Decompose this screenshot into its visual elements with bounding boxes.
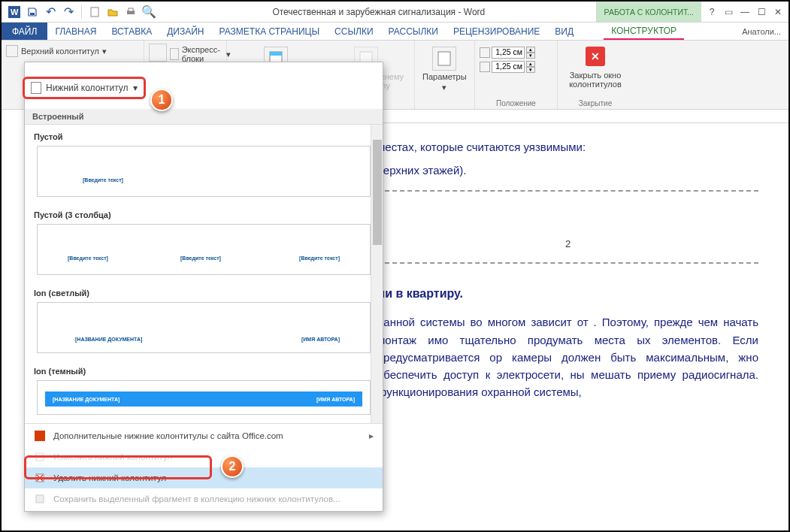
word-icon: W — [8, 5, 21, 19]
template-name: Ion (светлый) — [25, 281, 383, 302]
tab-references[interactable]: ССЫЛКИ — [327, 23, 380, 40]
ribbon-options-icon[interactable]: ▭ — [721, 7, 736, 17]
template-preview-ion-dark[interactable]: [НАЗВАНИЕ ДОКУМЕНТА] [ИМЯ АВТОРА] — [37, 380, 371, 415]
window-controls: ? ▭ — ☐ ✕ — [701, 7, 788, 17]
svg-rect-11 — [35, 431, 45, 441]
doc-body: ранной системы во многом зависит от . По… — [377, 313, 758, 401]
doc-text: верхних этажей). — [377, 162, 758, 179]
save-selection-icon — [34, 493, 46, 505]
save-icon[interactable] — [26, 5, 39, 19]
footer-dropdown-button[interactable]: Нижний колонтитул ▾ — [23, 77, 146, 99]
quick-access-toolbar: W ↶ ↷ 🔍 — [2, 5, 162, 19]
user-name[interactable]: Анатоли... — [734, 23, 788, 40]
templates-list[interactable]: Пустой [Введите текст] Пустой (3 столбца… — [25, 125, 383, 424]
svg-rect-2 — [30, 13, 35, 15]
close-hf-label: Закрыть окно колонтитулов — [562, 71, 628, 89]
template-preview-3col[interactable]: [Введите текст] [Введите текст] [Введите… — [37, 224, 371, 275]
doc-text: местах, которые считаются уязвимыми: — [377, 138, 758, 156]
template-preview-ion-light[interactable]: [НАЗВАНИЕ ДОКУМЕНТА] [ИМЯ АВТОРА] — [37, 302, 371, 353]
tab-review[interactable]: РЕЦЕНЗИРОВАНИЕ — [446, 23, 547, 40]
spin-down-icon[interactable]: ▾ — [526, 67, 535, 73]
page-footer-icon — [31, 82, 41, 94]
help-icon[interactable]: ? — [704, 7, 719, 17]
tab-view[interactable]: ВИД — [547, 23, 581, 40]
svg-text:W: W — [11, 8, 19, 17]
titlebar: W ↶ ↷ 🔍 Отечественная и зарубежная сигна… — [2, 2, 788, 23]
more-footers-online-item[interactable]: Дополнительные нижние колонтитулы с сайт… — [25, 425, 383, 446]
template-name: Пустой — [25, 125, 383, 146]
tab-constructor[interactable]: КОНСТРУКТОР — [604, 23, 684, 40]
date-time-icon[interactable] — [149, 44, 167, 62]
maximize-icon[interactable]: ☐ — [754, 7, 769, 17]
header-boundary — [377, 262, 758, 264]
template-name: Ion (темный) — [25, 359, 383, 380]
minimize-icon[interactable]: — — [737, 7, 752, 17]
doc-heading: ли в квартиру. — [377, 285, 758, 304]
tab-design[interactable]: ДИЗАЙН — [159, 23, 211, 40]
svg-rect-3 — [91, 8, 98, 17]
page-number: 2 — [377, 237, 758, 252]
header-button[interactable]: Верхний колонтитул ▾ — [6, 44, 139, 59]
scrollbar-thumb[interactable] — [373, 140, 382, 245]
quick-print-icon[interactable] — [124, 5, 138, 19]
office-icon — [34, 430, 46, 442]
spin-up-icon[interactable]: ▴ — [526, 47, 535, 53]
ribbon-tabs: ФАЙЛ ГЛАВНАЯ ВСТАВКА ДИЗАЙН РАЗМЕТКА СТР… — [2, 23, 788, 41]
delete-footer-highlight — [24, 455, 212, 479]
spin-up-icon[interactable]: ▴ — [526, 61, 535, 67]
redo-icon[interactable]: ↷ — [62, 5, 75, 19]
template-preview-empty[interactable]: [Введите текст] — [37, 146, 371, 197]
submenu-arrow-icon: ▸ — [369, 431, 374, 441]
close-window-icon[interactable]: ✕ — [770, 7, 785, 17]
svg-rect-7 — [270, 52, 282, 56]
blocks-icon — [170, 48, 179, 60]
tab-mailings[interactable]: РАССЫЛКИ — [381, 23, 446, 40]
footer-gallery-dropdown: Встроенный Пустой [Введите текст] Пустой… — [24, 62, 383, 512]
group-position-label: Положение — [480, 98, 552, 107]
group-close-label: Закрытие — [562, 98, 628, 107]
undo-icon[interactable]: ↶ — [44, 5, 57, 19]
save-to-gallery-item: Сохранить выделенный фрагмент в коллекци… — [25, 488, 383, 509]
page-icon — [6, 45, 18, 57]
parameters-icon — [432, 47, 456, 71]
preview-icon[interactable]: 🔍 — [142, 5, 156, 19]
tab-home[interactable]: ГЛАВНАЯ — [47, 23, 104, 40]
open-icon[interactable] — [106, 5, 120, 19]
builtin-section-header: Встроенный — [25, 109, 383, 125]
close-header-footer-button[interactable]: ✕ — [586, 47, 605, 66]
spin-down-icon[interactable]: ▾ — [526, 53, 535, 59]
margin-top-icon — [480, 47, 490, 58]
svg-rect-10 — [438, 52, 450, 65]
step-badge-1: 1 — [150, 89, 173, 111]
new-icon[interactable] — [88, 5, 101, 19]
margin-bottom-icon — [480, 62, 490, 72]
footer-boundary — [377, 190, 758, 192]
window-title: Отечественная и зарубежная сигнализация … — [162, 7, 596, 17]
header-from-top-spinner[interactable]: 1,25 см ▴▾ — [480, 47, 552, 59]
tab-insert[interactable]: ВСТАВКА — [104, 23, 159, 40]
svg-rect-5 — [129, 8, 133, 11]
dropdown-scrollbar[interactable] — [371, 125, 383, 423]
step-badge-2: 2 — [221, 455, 244, 478]
context-tab-header-footer[interactable]: РАБОТА С КОЛОНТИТ... — [596, 2, 701, 22]
footer-from-bottom-spinner[interactable]: 1,25 см ▴▾ — [480, 61, 552, 73]
dropdown-arrow-icon: ▾ — [133, 83, 138, 93]
svg-rect-16 — [36, 495, 44, 503]
parameters-button[interactable]: Параметры ▾ — [419, 44, 470, 107]
template-name: Пустой (3 столбца) — [25, 203, 383, 224]
tab-file[interactable]: ФАЙЛ — [2, 23, 47, 40]
tab-layout[interactable]: РАЗМЕТКА СТРАНИЦЫ — [212, 23, 328, 40]
